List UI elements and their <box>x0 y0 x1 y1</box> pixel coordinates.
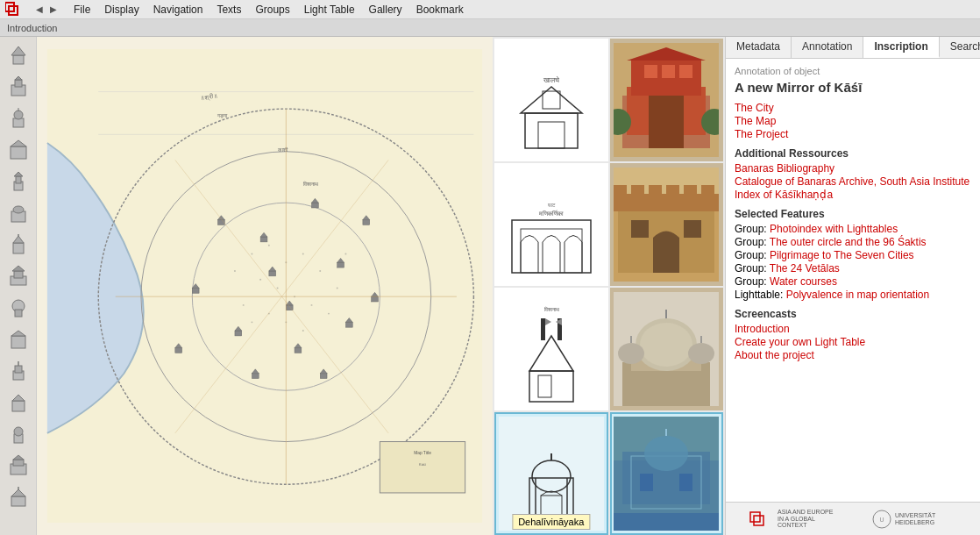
menu-lighttable[interactable]: Light Table <box>297 2 362 18</box>
svg-point-155 <box>688 343 714 364</box>
link-water[interactable]: Water courses <box>770 275 837 288</box>
menu-navigation[interactable]: Navigation <box>146 2 210 18</box>
sidebar-icon-2[interactable] <box>4 72 33 102</box>
svg-marker-31 <box>12 395 25 401</box>
menu-groups[interactable]: Groups <box>248 2 296 18</box>
link-banaras-bib[interactable]: Banaras Bibliography <box>735 162 971 175</box>
feature-prefix-1: Group: <box>735 223 770 235</box>
sidebar-icon-13[interactable] <box>4 419 33 449</box>
svg-text:घाट: घाट <box>547 203 556 208</box>
link-the-map[interactable]: The Map <box>735 115 971 127</box>
svg-rect-74 <box>295 348 302 353</box>
svg-rect-78 <box>363 220 370 225</box>
svg-rect-117 <box>679 65 692 78</box>
svg-rect-178 <box>754 516 763 525</box>
main-area: ॥श्री॥ गङ्गा काशी विश्वनाथ <box>0 37 980 535</box>
link-index[interactable]: Index of Kāśīkhaṇḍa <box>735 189 971 201</box>
thumbnail-8[interactable] <box>610 412 724 535</box>
link-the-city[interactable]: The City <box>735 102 971 114</box>
thumbnail-1[interactable]: खालचे <box>494 39 608 161</box>
svg-rect-176 <box>614 513 719 531</box>
tab-inscription[interactable]: Inscription <box>863 37 939 58</box>
svg-rect-116 <box>662 65 675 78</box>
link-polyvalence[interactable]: Polyvalence in map orientation <box>786 289 929 301</box>
nav-arrows: ◀ ▶ <box>33 4 60 15</box>
svg-rect-28 <box>15 366 22 373</box>
svg-text:खालचे: खालचे <box>543 75 560 84</box>
sidebar-icon-7[interactable] <box>4 230 33 260</box>
thumbnail-7[interactable]: Dehalīvināyaka <box>494 412 608 535</box>
sidebar-icon-12[interactable] <box>4 388 33 417</box>
svg-rect-131 <box>614 185 627 198</box>
sidebar-icon-5[interactable] <box>4 167 33 196</box>
svg-rect-119 <box>649 96 684 148</box>
sidebar-icon-9[interactable] <box>4 293 33 323</box>
link-pilgrimage[interactable]: Pilgrimage to The Seven Cities <box>770 249 914 261</box>
feature-prefix-2: Group: <box>735 236 770 248</box>
svg-rect-175 <box>679 474 692 491</box>
sidebar-icon-6[interactable] <box>4 198 33 228</box>
svg-rect-30 <box>12 401 25 411</box>
forward-arrow[interactable]: ▶ <box>47 4 60 15</box>
svg-rect-21 <box>14 271 23 278</box>
tab-search[interactable]: Search <box>940 37 980 58</box>
link-catalogue[interactable]: Catalogue of Banaras Archive, South Asia… <box>735 175 971 188</box>
svg-rect-68 <box>320 374 327 379</box>
tab-annotation[interactable]: Annotation <box>792 37 863 58</box>
sidebar-icon-8[interactable] <box>4 261 33 291</box>
thumbnail-6[interactable] <box>610 288 724 410</box>
right-content: Annotation of object A new Mirror of Kāś… <box>726 59 980 502</box>
svg-rect-139 <box>684 220 701 238</box>
link-about[interactable]: About the project <box>735 349 971 361</box>
svg-marker-38 <box>11 489 25 496</box>
svg-marker-22 <box>12 266 25 271</box>
link-photoindex[interactable]: Photoindex with Lighttables <box>770 223 898 235</box>
tab-metadata[interactable]: Metadata <box>726 37 792 58</box>
svg-rect-2 <box>13 55 24 64</box>
back-arrow[interactable]: ◀ <box>33 4 46 15</box>
link-the-project[interactable]: The Project <box>735 128 971 140</box>
screencasts-section: Screencasts Introduction Create your own… <box>735 308 971 361</box>
svg-point-84 <box>319 270 321 272</box>
feature-item-4: Group: The 24 Vetālas <box>735 262 971 275</box>
svg-rect-25 <box>11 336 25 348</box>
sidebar-icon-3[interactable] <box>4 103 33 133</box>
sidebar-icon-15[interactable] <box>4 482 33 512</box>
thumbnail-4[interactable] <box>610 163 724 286</box>
svg-rect-72 <box>252 374 259 379</box>
svg-rect-134 <box>666 185 679 198</box>
menu-texts[interactable]: Texts <box>209 2 248 18</box>
link-screencast-lighttable[interactable]: Create your own Light Table <box>735 336 971 348</box>
svg-rect-177 <box>750 512 760 522</box>
feature-prefix-4: Group: <box>735 262 770 275</box>
sidebar-icon-10[interactable] <box>4 325 33 354</box>
map-image: ॥श्री॥ गङ्गा काशी विश्वनाथ <box>41 49 488 523</box>
thumbnail-2[interactable] <box>610 39 724 161</box>
sidebar-icon-1[interactable] <box>4 40 33 70</box>
bottom-logos: ASIA AND EUROPE IN A GLOBAL CONTEXT U UN… <box>726 502 980 535</box>
tabbar: Introduction <box>0 19 980 37</box>
link-outer-circle[interactable]: The outer circle and the 96 Śaktis <box>770 236 927 248</box>
svg-rect-64 <box>269 271 276 276</box>
svg-rect-62 <box>345 322 352 327</box>
feature-item-1: Group: Photoindex with Lighttables <box>735 223 971 235</box>
menu-bookmark[interactable]: Bookmark <box>409 2 471 18</box>
sidebar-icon-14[interactable] <box>4 451 33 481</box>
heidelberg-text: UNIVERSITÄT HEIDELBERG <box>895 512 956 525</box>
right-tabs: Metadata Annotation Inscription Search <box>726 37 980 59</box>
menu-gallery[interactable]: Gallery <box>362 2 409 18</box>
link-vetals[interactable]: The 24 Vetālas <box>770 262 840 275</box>
sidebar-icon-4[interactable] <box>4 135 33 165</box>
sidebar-icon-11[interactable] <box>4 356 33 386</box>
thumbnail-5[interactable]: विश्वनाथ <box>494 288 608 410</box>
menu-file[interactable]: File <box>67 2 97 18</box>
svg-point-94 <box>328 313 330 315</box>
app-logo <box>4 1 28 18</box>
menu-display[interactable]: Display <box>97 2 146 18</box>
map-area[interactable]: ॥श्री॥ गङ्गा काशी विश्वनाथ <box>37 37 493 535</box>
svg-rect-52 <box>260 237 267 242</box>
svg-point-92 <box>234 270 236 272</box>
svg-rect-136 <box>701 185 714 198</box>
thumbnail-3[interactable]: मणिकर्णिका घाट <box>494 163 608 286</box>
link-screencast-intro[interactable]: Introduction <box>735 323 971 335</box>
